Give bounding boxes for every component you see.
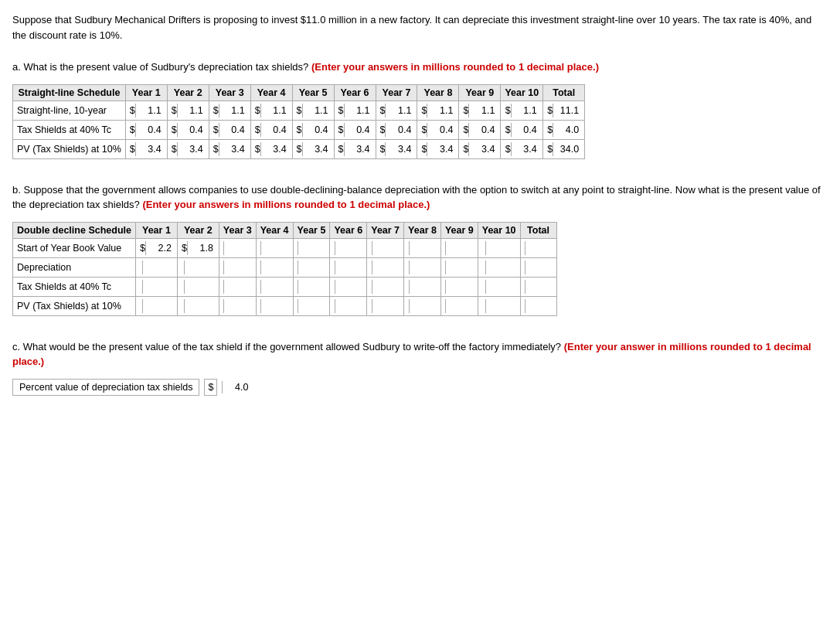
col-header-y10: Year 10 [501, 84, 543, 100]
part-b-input-r1-c3[interactable] [260, 261, 288, 274]
part-a-input-r0-c5[interactable] [344, 104, 372, 117]
part-b-input-r0-c0[interactable] [145, 241, 173, 255]
intro-text: Suppose that Sudbury Mechanical Drifters… [12, 12, 828, 43]
part-b-input-r0-c4[interactable] [298, 241, 325, 255]
part-a-input-r1-c9[interactable] [511, 123, 539, 137]
part-b-input-r3-c7[interactable] [409, 299, 437, 313]
part-a-input-r2-c10[interactable] [553, 142, 580, 156]
part-b-input-r3-c2[interactable] [223, 299, 251, 313]
part-a-cell-r2-c6: $ [376, 139, 417, 158]
part-b-input-r2-c2[interactable] [223, 280, 251, 294]
part-b-input-r0-c1[interactable] [187, 241, 215, 255]
part-b-input-r0-c3[interactable] [260, 241, 288, 255]
part-b-input-r2-c10[interactable] [525, 280, 553, 294]
part-b-input-r1-c8[interactable] [445, 261, 473, 274]
part-a-input-r1-c7[interactable] [427, 123, 454, 137]
part-a-input-r2-c2[interactable] [219, 142, 247, 156]
part-a-input-r0-c4[interactable] [302, 104, 330, 117]
part-a-input-r1-c0[interactable] [135, 123, 163, 137]
part-a-input-r2-c4[interactable] [302, 142, 330, 156]
part-a-input-r2-c8[interactable] [468, 142, 496, 156]
part-c-input[interactable] [222, 381, 250, 393]
part-b-input-r1-c5[interactable] [335, 261, 362, 274]
part-a-input-r0-c1[interactable] [177, 104, 205, 117]
part-b-input-r3-c9[interactable] [485, 299, 513, 313]
part-b-input-r1-c6[interactable] [372, 261, 400, 274]
part-a-input-r0-c0[interactable] [135, 104, 163, 117]
part-a-input-r2-c0[interactable] [135, 142, 163, 156]
part-b-row-label-0: Start of Year Book Value [13, 238, 136, 257]
part-a-cell-r2-c8: $ [459, 139, 501, 158]
part-a-input-r0-c3[interactable] [260, 104, 288, 117]
part-b-input-r3-c10[interactable] [525, 299, 553, 313]
part-b-input-r2-c9[interactable] [485, 280, 513, 294]
part-a-input-r1-c3[interactable] [260, 123, 288, 137]
part-b-input-r2-c8[interactable] [445, 280, 473, 294]
part-a-input-r1-c6[interactable] [385, 123, 413, 137]
part-b-input-r1-c1[interactable] [184, 261, 212, 274]
part-a-input-r0-c7[interactable] [427, 104, 454, 117]
part-b-input-r2-c7[interactable] [409, 280, 437, 294]
part-a-input-r0-c8[interactable] [468, 104, 496, 117]
part-a-row-label-1: Tax Shields at 40% Tc [13, 120, 126, 139]
part-a-cell-r1-c6: $ [376, 120, 417, 139]
part-b-input-r1-c2[interactable] [223, 261, 251, 274]
part-b-input-r2-c0[interactable] [142, 280, 170, 294]
part-b-cell-r2-c8 [440, 277, 478, 296]
part-b-input-r3-c1[interactable] [184, 299, 212, 313]
part-a-input-r2-c6[interactable] [385, 142, 413, 156]
part-a-input-r1-c10[interactable] [553, 123, 580, 137]
part-a-question-plain: a. What is the present value of Sudbury'… [12, 61, 308, 73]
part-b-input-r2-c4[interactable] [298, 280, 325, 294]
part-b-input-r1-c4[interactable] [298, 261, 325, 274]
part-a-input-r2-c1[interactable] [177, 142, 205, 156]
part-a-input-r2-c7[interactable] [427, 142, 454, 156]
part-c-question-plain: c. What would be the present value of th… [12, 341, 561, 352]
part-b-cell-r2-c4 [293, 277, 330, 296]
part-b-input-r2-c3[interactable] [260, 280, 288, 294]
part-a-input-r1-c8[interactable] [468, 123, 496, 137]
part-b-question-bold: (Enter your answers in millions rounded … [142, 199, 430, 210]
part-b-input-r0-c5[interactable] [335, 241, 362, 255]
part-b-input-r0-c8[interactable] [445, 241, 473, 255]
part-b-input-r3-c5[interactable] [335, 299, 362, 313]
part-b-input-r0-c6[interactable] [372, 241, 400, 255]
part-b-input-r3-c4[interactable] [298, 299, 325, 313]
b-col-header-y1: Year 1 [135, 222, 177, 238]
part-b-input-r2-c1[interactable] [184, 280, 212, 294]
part-a-input-r0-c9[interactable] [511, 104, 539, 117]
part-b-input-r1-c7[interactable] [409, 261, 437, 274]
part-a-input-r2-c3[interactable] [260, 142, 288, 156]
part-b-input-r3-c8[interactable] [445, 299, 473, 313]
part-b-input-r0-c10[interactable] [525, 241, 553, 255]
part-a-cell-r1-c0: $ [125, 120, 167, 139]
part-a-input-r2-c5[interactable] [344, 142, 372, 156]
part-a-input-r1-c1[interactable] [177, 123, 205, 137]
part-b-input-r1-c10[interactable] [525, 261, 553, 274]
part-b-input-r3-c3[interactable] [260, 299, 288, 313]
part-b-input-r0-c7[interactable] [409, 241, 437, 255]
part-b-cell-r1-c4 [293, 257, 330, 277]
part-a-input-r1-c4[interactable] [302, 123, 330, 137]
part-b-input-r1-c0[interactable] [142, 261, 170, 274]
part-a-input-r0-c10[interactable] [553, 104, 580, 117]
part-b-input-r1-c9[interactable] [485, 261, 513, 274]
part-b-input-r2-c5[interactable] [335, 280, 362, 294]
part-b-table-wrap: Double decline Schedule Year 1 Year 2 Ye… [12, 222, 828, 322]
part-a-cell-r1-c7: $ [417, 120, 459, 139]
part-b-cell-r0-c0: $ [135, 238, 177, 257]
part-a-input-r0-c2[interactable] [219, 104, 247, 117]
part-a-cell-r1-c3: $ [250, 120, 292, 139]
part-b-input-r0-c2[interactable] [223, 241, 251, 255]
part-b-input-r3-c6[interactable] [372, 299, 400, 313]
part-b-input-r0-c9[interactable] [485, 241, 513, 255]
part-a-cell-r2-c4: $ [292, 139, 334, 158]
part-b-input-r3-c0[interactable] [142, 299, 170, 313]
part-a-input-r2-c9[interactable] [511, 142, 539, 156]
part-b-input-r2-c6[interactable] [372, 280, 400, 294]
part-a-input-r1-c5[interactable] [344, 123, 372, 137]
part-b-table: Double decline Schedule Year 1 Year 2 Ye… [12, 222, 557, 316]
part-b-cell-r1-c3 [256, 257, 293, 277]
part-a-input-r0-c6[interactable] [385, 104, 413, 117]
part-a-input-r1-c2[interactable] [219, 123, 247, 137]
